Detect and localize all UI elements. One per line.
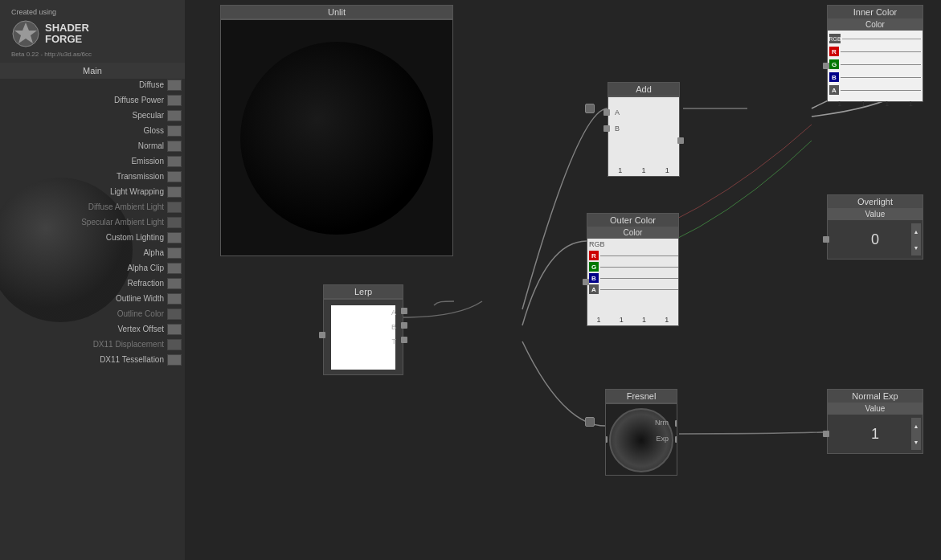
- overlight-value-buttons[interactable]: ▲ ▼: [911, 223, 921, 255]
- normal-exp-input[interactable]: [823, 431, 829, 437]
- add-label-a: A: [615, 108, 620, 116]
- prop-dx11-displacement: DX11 Displacement: [0, 337, 185, 352]
- inner-color-output[interactable]: [823, 63, 829, 69]
- mid-connector-2: [585, 417, 595, 427]
- socket-outline-color[interactable]: [167, 309, 182, 320]
- beta-version-text: Beta 0.22 - http://u3d.as/6cc: [11, 51, 174, 58]
- mid-connector-1: [585, 104, 595, 113]
- overlight-body: 0 ▲ ▼: [827, 219, 923, 260]
- logo-text: SHADER FORGE: [45, 22, 89, 46]
- socket-alpha-clip[interactable]: [167, 263, 182, 274]
- outer-channels: R G B A: [587, 250, 678, 295]
- lerp-label-t: T: [392, 337, 397, 345]
- unlit-sphere-preview: [240, 42, 433, 235]
- socket-normal[interactable]: [167, 141, 182, 152]
- fresnel-exp-label: Exp: [656, 435, 669, 443]
- socket-emission[interactable]: [167, 156, 182, 167]
- lerp-header: Lerp: [323, 284, 403, 299]
- outer-ch-b: B: [589, 273, 599, 283]
- inner-values: 1 1 1 1: [828, 98, 923, 109]
- socket-gloss[interactable]: [167, 125, 182, 137]
- outer-color-output[interactable]: [583, 279, 589, 285]
- outer-color-node[interactable]: Outer Color Color RGB R G B A: [587, 213, 679, 326]
- overlight-input-socket[interactable]: [823, 236, 829, 243]
- fresnel-node[interactable]: Fresnel Nrm Exp: [605, 389, 677, 476]
- prop-diffuse: Diffuse: [0, 77, 185, 92]
- overlight-node[interactable]: Overlight Value 0 ▲ ▼: [827, 194, 923, 260]
- socket-diffuse-power[interactable]: [167, 95, 182, 106]
- unlit-preview: [220, 19, 453, 256]
- prop-gloss: Gloss: [0, 123, 185, 138]
- fresnel-socket-nrm[interactable]: [675, 420, 677, 427]
- socket-dx11-displacement[interactable]: [167, 339, 182, 350]
- add-socket-b[interactable]: [603, 125, 610, 132]
- socket-alpha[interactable]: [167, 247, 182, 259]
- socket-refraction[interactable]: [167, 278, 182, 289]
- inner-ch-b: B: [829, 72, 839, 82]
- socket-diffuse[interactable]: [167, 80, 182, 91]
- created-using-label: Created using: [11, 8, 174, 16]
- socket-dx11-tessellation[interactable]: [167, 354, 182, 366]
- lerp-output-socket[interactable]: [319, 332, 325, 338]
- prop-dx11-tessellation: DX11 Tessellation: [0, 352, 185, 367]
- prop-vertex-offset: Vertex Offset: [0, 321, 185, 337]
- prop-transmission: Transmission: [0, 169, 185, 184]
- normal-exp-body: 1 ▲ ▼: [827, 414, 923, 454]
- prop-light-wrapping: Light Wrapping: [0, 184, 185, 199]
- fresnel-output[interactable]: [605, 436, 608, 443]
- add-label-b: B: [615, 125, 620, 133]
- socket-custom-lighting[interactable]: [167, 232, 182, 243]
- inner-ch-g: G: [829, 59, 839, 69]
- prop-alpha-clip: Alpha Clip: [0, 260, 185, 276]
- logo-area: Created using SHADER FORGE Beta 0.22 - h…: [0, 0, 185, 63]
- socket-light-wrapping[interactable]: [167, 186, 182, 198]
- overlight-sub: Value: [827, 209, 923, 219]
- prop-diffuse-power: Diffuse Power: [0, 92, 185, 108]
- main-panel-title: Main: [0, 63, 185, 79]
- socket-vertex-offset[interactable]: [167, 324, 182, 335]
- lerp-label-a: A: [391, 309, 396, 317]
- socket-specular[interactable]: [167, 110, 182, 121]
- add-node[interactable]: Add A B 1 1 1: [608, 82, 680, 177]
- prop-specular-ambient: Specular Ambient Light: [0, 215, 185, 230]
- inner-color-node[interactable]: Inner Color Color RGB R G B: [827, 5, 923, 102]
- outer-ch-a: A: [589, 284, 599, 294]
- lerp-socket-t[interactable]: [401, 337, 407, 343]
- socket-transmission[interactable]: [167, 171, 182, 182]
- normal-exp-node[interactable]: Normal Exp Value 1 ▲ ▼: [827, 389, 923, 454]
- prop-normal: Normal: [0, 138, 185, 153]
- lerp-body: A B T: [323, 299, 403, 375]
- inner-color-body: RGB R G B A: [827, 30, 923, 102]
- prop-outline-color: Outline Color: [0, 306, 185, 321]
- lerp-preview: [331, 305, 395, 370]
- prop-alpha: Alpha: [0, 245, 185, 260]
- fresnel-nrm-label: Nrm: [655, 419, 669, 427]
- properties-list: Diffuse Diffuse Power Specular Gloss Nor…: [0, 77, 185, 367]
- outer-values: 1 1 1 1: [587, 316, 678, 324]
- socket-outline-width[interactable]: [167, 293, 182, 305]
- overlight-header: Overlight: [827, 194, 923, 209]
- prop-specular: Specular: [0, 108, 185, 123]
- socket-diffuse-ambient[interactable]: [167, 202, 182, 213]
- outer-rgb-label: RGB: [589, 240, 605, 248]
- add-socket-a[interactable]: [603, 109, 610, 116]
- inner-rgb-block: RGB: [829, 34, 841, 43]
- lerp-socket-a[interactable]: [401, 308, 407, 314]
- lerp-socket-b[interactable]: [401, 322, 407, 329]
- prop-custom-lighting: Custom Lighting: [0, 230, 185, 245]
- inner-color-header: Inner Color: [827, 5, 923, 19]
- prop-refraction: Refraction: [0, 276, 185, 291]
- normal-exp-value-buttons[interactable]: ▲ ▼: [911, 418, 921, 450]
- inner-color-sub: Color: [827, 19, 923, 30]
- fresnel-socket-exp[interactable]: [675, 436, 677, 443]
- normal-exp-value: 1: [871, 426, 879, 443]
- normal-exp-sub: Value: [827, 403, 923, 414]
- left-panel: Created using SHADER FORGE Beta 0.22 - h…: [0, 0, 185, 560]
- add-output-socket[interactable]: [677, 137, 684, 144]
- socket-specular-ambient[interactable]: [167, 217, 182, 228]
- unlit-header: Unlit: [220, 5, 453, 19]
- inner-ch-r: R: [829, 47, 839, 56]
- outer-color-sub: Color: [587, 227, 679, 238]
- outer-ch-g: G: [589, 262, 599, 272]
- lerp-node[interactable]: Lerp A B T: [323, 284, 403, 375]
